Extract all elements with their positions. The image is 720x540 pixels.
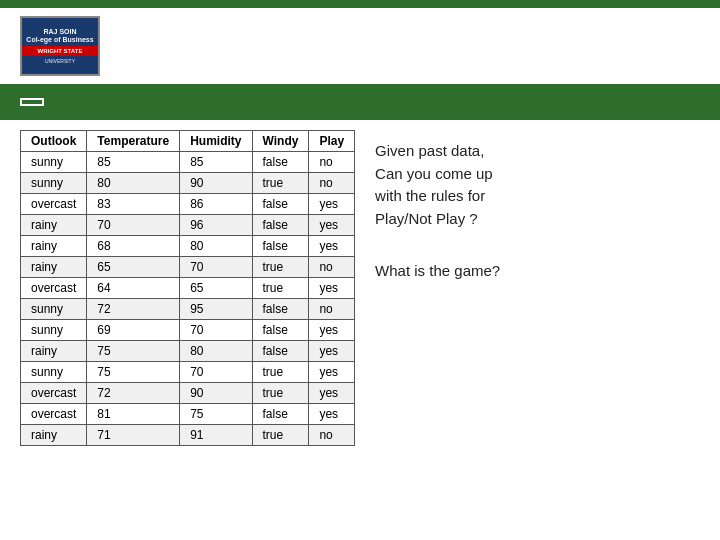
table-cell-7-0: sunny — [21, 299, 87, 320]
table-cell-11-0: overcast — [21, 383, 87, 404]
table-cell-8-0: sunny — [21, 320, 87, 341]
table-cell-2-3: false — [252, 194, 309, 215]
table-row: rainy7191trueno — [21, 425, 355, 446]
table-row: rainy6570trueno — [21, 257, 355, 278]
table-wrapper: OutlookTemperatureHumidityWindyPlay sunn… — [20, 130, 355, 446]
table-cell-9-4: yes — [309, 341, 355, 362]
table-header-temperature: Temperature — [87, 131, 180, 152]
table-cell-6-0: overcast — [21, 278, 87, 299]
table-header-humidity: Humidity — [180, 131, 252, 152]
table-cell-4-3: false — [252, 236, 309, 257]
table-row: overcast6465trueyes — [21, 278, 355, 299]
table-cell-13-4: no — [309, 425, 355, 446]
table-cell-13-2: 91 — [180, 425, 252, 446]
logo-bottom-text: UNIVERSITY — [45, 58, 75, 64]
table-cell-6-3: true — [252, 278, 309, 299]
top-bar — [0, 0, 720, 8]
table-cell-0-4: no — [309, 152, 355, 173]
table-cell-2-0: overcast — [21, 194, 87, 215]
table-cell-0-2: 85 — [180, 152, 252, 173]
logo-stripe: WRIGHT STATE — [22, 46, 98, 56]
table-cell-10-1: 75 — [87, 362, 180, 383]
table-cell-5-2: 70 — [180, 257, 252, 278]
table-cell-2-2: 86 — [180, 194, 252, 215]
table-cell-12-4: yes — [309, 404, 355, 425]
table-cell-12-0: overcast — [21, 404, 87, 425]
table-cell-9-3: false — [252, 341, 309, 362]
table-cell-1-3: true — [252, 173, 309, 194]
table-row: overcast8175falseyes — [21, 404, 355, 425]
table-cell-6-1: 64 — [87, 278, 180, 299]
table-cell-10-4: yes — [309, 362, 355, 383]
table-cell-7-2: 95 — [180, 299, 252, 320]
table-cell-0-1: 85 — [87, 152, 180, 173]
table-cell-7-4: no — [309, 299, 355, 320]
table-row: sunny7295falseno — [21, 299, 355, 320]
table-cell-7-1: 72 — [87, 299, 180, 320]
table-cell-8-3: false — [252, 320, 309, 341]
table-cell-9-0: rainy — [21, 341, 87, 362]
table-cell-5-4: no — [309, 257, 355, 278]
table-header-row: OutlookTemperatureHumidityWindyPlay — [21, 131, 355, 152]
table-cell-3-2: 96 — [180, 215, 252, 236]
table-cell-11-2: 90 — [180, 383, 252, 404]
table-cell-10-0: sunny — [21, 362, 87, 383]
table-cell-4-2: 80 — [180, 236, 252, 257]
table-body: sunny8585falsenosunny8090truenoovercast8… — [21, 152, 355, 446]
table-header-play: Play — [309, 131, 355, 152]
table-cell-10-2: 70 — [180, 362, 252, 383]
table-cell-1-0: sunny — [21, 173, 87, 194]
table-cell-9-1: 75 — [87, 341, 180, 362]
table-cell-9-2: 80 — [180, 341, 252, 362]
table-cell-10-3: true — [252, 362, 309, 383]
table-cell-13-3: true — [252, 425, 309, 446]
table-cell-3-1: 70 — [87, 215, 180, 236]
weather-table: OutlookTemperatureHumidityWindyPlay sunn… — [20, 130, 355, 446]
table-cell-4-0: rainy — [21, 236, 87, 257]
header-area: RAJ SOINCol-ege of Business WRIGHT STATE… — [0, 8, 720, 84]
content-area: OutlookTemperatureHumidityWindyPlay sunn… — [0, 120, 720, 456]
table-cell-6-2: 65 — [180, 278, 252, 299]
logo-stripe-text: WRIGHT STATE — [38, 48, 83, 54]
table-cell-5-0: rainy — [21, 257, 87, 278]
table-row: sunny6970falseyes — [21, 320, 355, 341]
table-cell-13-0: rainy — [21, 425, 87, 446]
table-cell-13-1: 71 — [87, 425, 180, 446]
given-past-text: Given past data,Can you come upwith the … — [375, 140, 700, 230]
table-cell-2-4: yes — [309, 194, 355, 215]
table-row: sunny8090trueno — [21, 173, 355, 194]
table-cell-12-2: 75 — [180, 404, 252, 425]
logo: RAJ SOINCol-ege of Business WRIGHT STATE… — [20, 16, 100, 76]
table-cell-2-1: 83 — [87, 194, 180, 215]
table-cell-12-1: 81 — [87, 404, 180, 425]
table-cell-8-2: 70 — [180, 320, 252, 341]
table-cell-7-3: false — [252, 299, 309, 320]
table-cell-5-1: 65 — [87, 257, 180, 278]
table-header-windy: Windy — [252, 131, 309, 152]
table-cell-4-1: 68 — [87, 236, 180, 257]
table-row: overcast8386falseyes — [21, 194, 355, 215]
isom-label — [20, 98, 44, 106]
table-cell-6-4: yes — [309, 278, 355, 299]
what-game-text: What is the game? — [375, 260, 700, 283]
table-row: sunny8585falseno — [21, 152, 355, 173]
table-cell-8-1: 69 — [87, 320, 180, 341]
table-cell-1-4: no — [309, 173, 355, 194]
table-cell-1-1: 80 — [87, 173, 180, 194]
table-header-outlook: Outlook — [21, 131, 87, 152]
table-cell-3-3: false — [252, 215, 309, 236]
table-row: rainy6880falseyes — [21, 236, 355, 257]
table-cell-5-3: true — [252, 257, 309, 278]
table-cell-0-0: sunny — [21, 152, 87, 173]
logo-top-text: RAJ SOINCol-ege of Business — [26, 28, 93, 45]
green-bar — [0, 84, 720, 120]
table-cell-11-4: yes — [309, 383, 355, 404]
table-cell-4-4: yes — [309, 236, 355, 257]
table-cell-11-3: true — [252, 383, 309, 404]
table-row: rainy7580falseyes — [21, 341, 355, 362]
table-row: sunny7570trueyes — [21, 362, 355, 383]
table-cell-8-4: yes — [309, 320, 355, 341]
table-cell-0-3: false — [252, 152, 309, 173]
table-cell-12-3: false — [252, 404, 309, 425]
side-text: Given past data,Can you come upwith the … — [375, 130, 700, 446]
